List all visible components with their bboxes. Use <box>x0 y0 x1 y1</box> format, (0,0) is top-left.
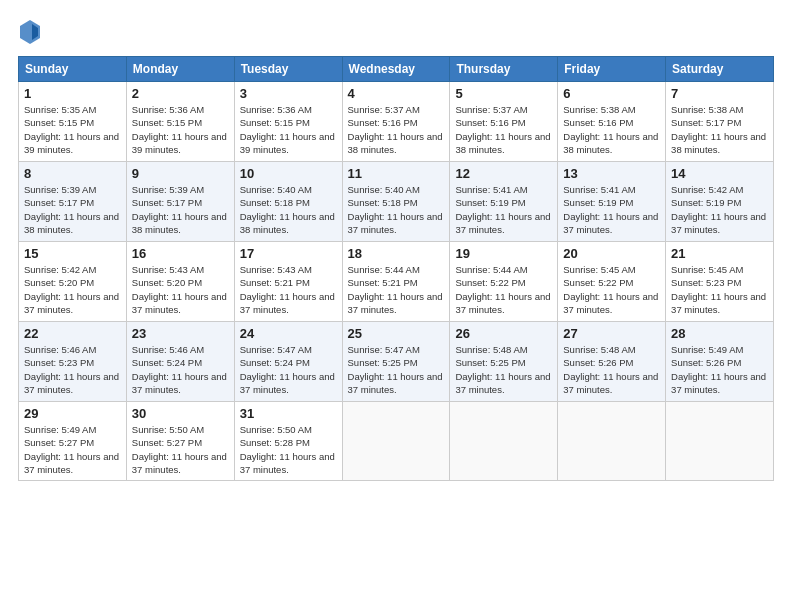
table-row: 25Sunrise: 5:47 AMSunset: 5:25 PMDayligh… <box>342 322 450 402</box>
day-number: 2 <box>132 86 229 101</box>
day-number: 25 <box>348 326 445 341</box>
table-row: 7Sunrise: 5:38 AMSunset: 5:17 PMDaylight… <box>666 82 774 162</box>
day-info: Sunrise: 5:40 AMSunset: 5:18 PMDaylight:… <box>240 183 337 236</box>
page: SundayMondayTuesdayWednesdayThursdayFrid… <box>0 0 792 491</box>
day-number: 7 <box>671 86 768 101</box>
weekday-header: Tuesday <box>234 57 342 82</box>
table-row: 18Sunrise: 5:44 AMSunset: 5:21 PMDayligh… <box>342 242 450 322</box>
day-info: Sunrise: 5:38 AMSunset: 5:16 PMDaylight:… <box>563 103 660 156</box>
day-info: Sunrise: 5:47 AMSunset: 5:25 PMDaylight:… <box>348 343 445 396</box>
day-info: Sunrise: 5:39 AMSunset: 5:17 PMDaylight:… <box>24 183 121 236</box>
table-row: 29Sunrise: 5:49 AMSunset: 5:27 PMDayligh… <box>19 402 127 481</box>
day-info: Sunrise: 5:45 AMSunset: 5:23 PMDaylight:… <box>671 263 768 316</box>
day-info: Sunrise: 5:50 AMSunset: 5:28 PMDaylight:… <box>240 423 337 476</box>
day-number: 1 <box>24 86 121 101</box>
day-number: 18 <box>348 246 445 261</box>
table-row: 21Sunrise: 5:45 AMSunset: 5:23 PMDayligh… <box>666 242 774 322</box>
day-number: 29 <box>24 406 121 421</box>
day-number: 21 <box>671 246 768 261</box>
day-number: 13 <box>563 166 660 181</box>
table-row: 16Sunrise: 5:43 AMSunset: 5:20 PMDayligh… <box>126 242 234 322</box>
table-row: 28Sunrise: 5:49 AMSunset: 5:26 PMDayligh… <box>666 322 774 402</box>
table-row: 3Sunrise: 5:36 AMSunset: 5:15 PMDaylight… <box>234 82 342 162</box>
day-number: 8 <box>24 166 121 181</box>
day-info: Sunrise: 5:37 AMSunset: 5:16 PMDaylight:… <box>455 103 552 156</box>
weekday-header: Sunday <box>19 57 127 82</box>
table-row: 1Sunrise: 5:35 AMSunset: 5:15 PMDaylight… <box>19 82 127 162</box>
table-row: 22Sunrise: 5:46 AMSunset: 5:23 PMDayligh… <box>19 322 127 402</box>
day-info: Sunrise: 5:46 AMSunset: 5:23 PMDaylight:… <box>24 343 121 396</box>
day-number: 31 <box>240 406 337 421</box>
table-row: 19Sunrise: 5:44 AMSunset: 5:22 PMDayligh… <box>450 242 558 322</box>
table-row: 5Sunrise: 5:37 AMSunset: 5:16 PMDaylight… <box>450 82 558 162</box>
table-row: 2Sunrise: 5:36 AMSunset: 5:15 PMDaylight… <box>126 82 234 162</box>
header <box>18 18 774 46</box>
day-number: 12 <box>455 166 552 181</box>
day-number: 20 <box>563 246 660 261</box>
day-info: Sunrise: 5:44 AMSunset: 5:22 PMDaylight:… <box>455 263 552 316</box>
day-info: Sunrise: 5:42 AMSunset: 5:20 PMDaylight:… <box>24 263 121 316</box>
day-number: 14 <box>671 166 768 181</box>
table-row: 26Sunrise: 5:48 AMSunset: 5:25 PMDayligh… <box>450 322 558 402</box>
day-number: 19 <box>455 246 552 261</box>
day-number: 11 <box>348 166 445 181</box>
day-info: Sunrise: 5:40 AMSunset: 5:18 PMDaylight:… <box>348 183 445 236</box>
weekday-header: Wednesday <box>342 57 450 82</box>
calendar-table: SundayMondayTuesdayWednesdayThursdayFrid… <box>18 56 774 481</box>
table-row: 11Sunrise: 5:40 AMSunset: 5:18 PMDayligh… <box>342 162 450 242</box>
day-info: Sunrise: 5:47 AMSunset: 5:24 PMDaylight:… <box>240 343 337 396</box>
table-row: 14Sunrise: 5:42 AMSunset: 5:19 PMDayligh… <box>666 162 774 242</box>
logo <box>18 18 46 46</box>
day-number: 17 <box>240 246 337 261</box>
logo-icon <box>18 18 42 46</box>
day-number: 10 <box>240 166 337 181</box>
day-number: 6 <box>563 86 660 101</box>
weekday-header: Monday <box>126 57 234 82</box>
table-row: 13Sunrise: 5:41 AMSunset: 5:19 PMDayligh… <box>558 162 666 242</box>
day-number: 28 <box>671 326 768 341</box>
day-info: Sunrise: 5:38 AMSunset: 5:17 PMDaylight:… <box>671 103 768 156</box>
table-row: 9Sunrise: 5:39 AMSunset: 5:17 PMDaylight… <box>126 162 234 242</box>
table-row: 24Sunrise: 5:47 AMSunset: 5:24 PMDayligh… <box>234 322 342 402</box>
day-info: Sunrise: 5:43 AMSunset: 5:20 PMDaylight:… <box>132 263 229 316</box>
day-number: 3 <box>240 86 337 101</box>
day-info: Sunrise: 5:36 AMSunset: 5:15 PMDaylight:… <box>132 103 229 156</box>
table-row <box>558 402 666 481</box>
table-row: 20Sunrise: 5:45 AMSunset: 5:22 PMDayligh… <box>558 242 666 322</box>
day-info: Sunrise: 5:43 AMSunset: 5:21 PMDaylight:… <box>240 263 337 316</box>
weekday-header: Friday <box>558 57 666 82</box>
table-row: 17Sunrise: 5:43 AMSunset: 5:21 PMDayligh… <box>234 242 342 322</box>
table-row: 31Sunrise: 5:50 AMSunset: 5:28 PMDayligh… <box>234 402 342 481</box>
table-row: 10Sunrise: 5:40 AMSunset: 5:18 PMDayligh… <box>234 162 342 242</box>
day-info: Sunrise: 5:48 AMSunset: 5:25 PMDaylight:… <box>455 343 552 396</box>
day-info: Sunrise: 5:41 AMSunset: 5:19 PMDaylight:… <box>563 183 660 236</box>
day-number: 5 <box>455 86 552 101</box>
day-info: Sunrise: 5:41 AMSunset: 5:19 PMDaylight:… <box>455 183 552 236</box>
day-number: 15 <box>24 246 121 261</box>
day-info: Sunrise: 5:49 AMSunset: 5:26 PMDaylight:… <box>671 343 768 396</box>
table-row: 8Sunrise: 5:39 AMSunset: 5:17 PMDaylight… <box>19 162 127 242</box>
table-row <box>450 402 558 481</box>
day-info: Sunrise: 5:39 AMSunset: 5:17 PMDaylight:… <box>132 183 229 236</box>
table-row: 6Sunrise: 5:38 AMSunset: 5:16 PMDaylight… <box>558 82 666 162</box>
weekday-header: Thursday <box>450 57 558 82</box>
table-row: 4Sunrise: 5:37 AMSunset: 5:16 PMDaylight… <box>342 82 450 162</box>
weekday-header: Saturday <box>666 57 774 82</box>
day-number: 27 <box>563 326 660 341</box>
day-number: 4 <box>348 86 445 101</box>
day-info: Sunrise: 5:44 AMSunset: 5:21 PMDaylight:… <box>348 263 445 316</box>
day-info: Sunrise: 5:36 AMSunset: 5:15 PMDaylight:… <box>240 103 337 156</box>
day-number: 24 <box>240 326 337 341</box>
day-info: Sunrise: 5:50 AMSunset: 5:27 PMDaylight:… <box>132 423 229 476</box>
day-number: 30 <box>132 406 229 421</box>
table-row <box>666 402 774 481</box>
table-row <box>342 402 450 481</box>
day-info: Sunrise: 5:48 AMSunset: 5:26 PMDaylight:… <box>563 343 660 396</box>
day-info: Sunrise: 5:49 AMSunset: 5:27 PMDaylight:… <box>24 423 121 476</box>
day-number: 22 <box>24 326 121 341</box>
day-info: Sunrise: 5:46 AMSunset: 5:24 PMDaylight:… <box>132 343 229 396</box>
day-number: 26 <box>455 326 552 341</box>
table-row: 27Sunrise: 5:48 AMSunset: 5:26 PMDayligh… <box>558 322 666 402</box>
table-row: 12Sunrise: 5:41 AMSunset: 5:19 PMDayligh… <box>450 162 558 242</box>
day-number: 23 <box>132 326 229 341</box>
